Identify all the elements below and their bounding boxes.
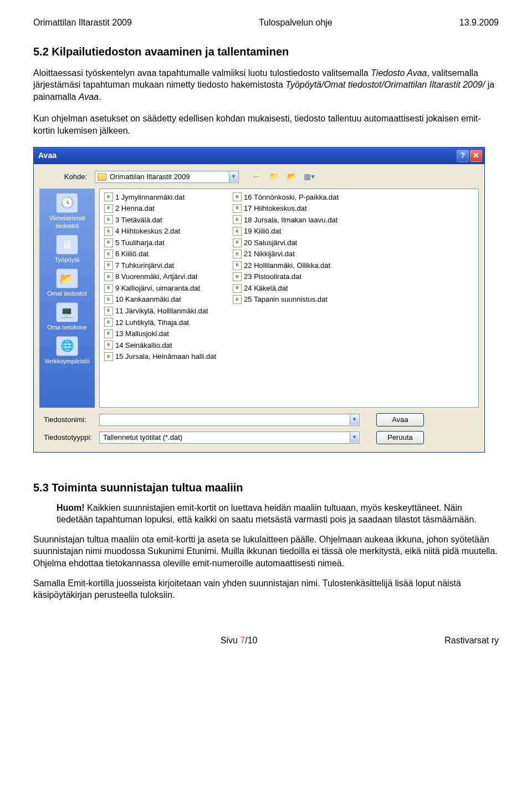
new-folder-icon[interactable]: 📂	[285, 171, 298, 183]
section-5-3-para-2: Samalla Emit-kortilla juosseista kirjoit…	[33, 577, 499, 601]
file-name: 5 Tuuliharja.dat	[115, 238, 165, 248]
file-icon	[233, 284, 242, 293]
file-icon	[104, 341, 113, 349]
place-icon: 📂	[56, 268, 78, 288]
text: Sivu	[221, 636, 241, 645]
file-name: 14 Seinäkallio.dat	[115, 341, 172, 351]
file-name: 22 Hollilanmäki, Ollikka.dat	[244, 261, 330, 271]
place-label: Oma tietokone	[47, 323, 87, 332]
page-num: 7	[240, 636, 245, 645]
kohde-value: Orimattilan Iltarastit 2009	[110, 172, 190, 182]
file-item[interactable]: 23 Pistoolirata.dat	[233, 272, 339, 282]
file-item[interactable]: 21 Nikkijärvi.dat	[233, 249, 339, 259]
file-item[interactable]: 18 Jursala, Ilmakan laavu.dat	[233, 215, 339, 225]
kohde-combobox[interactable]: Orimattilan Iltarastit 2009 ▼	[95, 171, 239, 183]
file-name: 11 Järvikylä, Hollilanmäki.dat	[115, 306, 208, 316]
folder-icon	[98, 173, 106, 181]
open-button[interactable]: Avaa	[376, 413, 424, 427]
file-icon	[104, 238, 113, 247]
file-item[interactable]: 2 Henna.dat	[104, 204, 216, 214]
chevron-down-icon[interactable]: ▼	[350, 433, 359, 443]
filetype-combobox[interactable]: Tallennetut työtilat (*.dat) ▼	[99, 432, 360, 444]
file-name: 4 Hiihtokeskus 2.dat	[115, 226, 180, 236]
page-footer: Sivu 7/10 Rastivarsat ry	[33, 634, 499, 647]
view-menu-icon[interactable]: ▦▾	[303, 171, 315, 183]
cancel-button[interactable]: Peruuta	[376, 431, 424, 444]
menu-path: Tiedosto Avaa	[371, 68, 427, 78]
file-item[interactable]: 8 Vuorenmäki, Artjärvi.dat	[104, 272, 216, 282]
file-icon	[104, 261, 113, 270]
file-name: 9 Kalliojärvi, uimaranta.dat	[115, 283, 200, 293]
file-icon	[104, 329, 113, 338]
section-5-3-title: 5.3 Toiminta suunnistajan tultua maaliin	[33, 480, 499, 495]
file-item[interactable]: 19 Kiiliö.dat	[233, 226, 339, 236]
places-item[interactable]: 🌐Verkkoympäristö	[44, 336, 89, 365]
help-button[interactable]: ?	[457, 150, 469, 162]
file-icon	[104, 227, 113, 236]
file-name: 12 Luhtikylä, Tihaja.dat	[115, 318, 189, 328]
file-icon	[104, 295, 113, 304]
back-icon[interactable]: ←	[250, 171, 262, 183]
file-name: 6 Kiiliö.dat	[115, 249, 149, 259]
file-icon	[104, 272, 113, 281]
file-item[interactable]: 1 Jymylinnanmäki.dat	[104, 192, 216, 202]
file-name: 21 Nikkijärvi.dat	[244, 249, 295, 259]
file-name: 13 Mallusjoki.dat	[115, 329, 169, 339]
file-item[interactable]: 17 Hiihtokeskus.dat	[233, 204, 339, 214]
file-item[interactable]: 16 Tönnönkoski, P-paikka.dat	[233, 192, 339, 202]
file-list[interactable]: 1 Jymylinnanmäki.dat2 Henna.dat3 Tietävä…	[99, 189, 479, 408]
file-item[interactable]: 15 Jursala, Heinämaan halli.dat	[104, 352, 216, 362]
chevron-down-icon[interactable]: ▼	[229, 172, 238, 182]
file-icon	[104, 307, 113, 316]
section-5-2-para-1: Aloittaessasi työskentelyn avaa tapahtum…	[33, 67, 499, 103]
file-item[interactable]: 4 Hiihtokeskus 2.dat	[104, 226, 216, 236]
close-button[interactable]: ✕	[470, 150, 482, 162]
file-item[interactable]: 25 Tapanin suunnistus.dat	[233, 295, 339, 304]
file-icon	[104, 204, 113, 213]
file-item[interactable]: 3 Tietävälä.dat	[104, 215, 216, 225]
place-icon: 🕓	[56, 193, 78, 213]
file-item[interactable]: 11 Järvikylä, Hollilanmäki.dat	[104, 306, 216, 316]
file-item[interactable]: 14 Seinäkallio.dat	[104, 341, 216, 351]
places-item[interactable]: 📂Omat tiedostot	[47, 268, 87, 298]
section-5-3-para-1: Suunnistajan tultua maaliin ota emit-kor…	[33, 534, 499, 570]
filename-input[interactable]: ▼	[99, 414, 360, 426]
chevron-down-icon[interactable]: ▼	[350, 415, 359, 425]
file-name: 10 Kankaanmäki.dat	[115, 295, 181, 304]
file-item[interactable]: 20 Salusjärvi.dat	[233, 238, 339, 248]
file-icon	[233, 227, 242, 236]
place-label: Työpöytä	[55, 256, 80, 264]
file-name: 18 Jursala, Ilmakan laavu.dat	[244, 215, 337, 225]
file-item[interactable]: 24 Käkelä.dat	[233, 283, 339, 293]
file-item[interactable]: 5 Tuuliharja.dat	[104, 238, 216, 248]
file-item[interactable]: 22 Hollilanmäki, Ollikka.dat	[233, 261, 339, 271]
place-icon: 💻	[56, 302, 78, 322]
file-item[interactable]: 13 Mallusjoki.dat	[104, 329, 216, 339]
file-name: 1 Jymylinnanmäki.dat	[115, 192, 185, 202]
kohde-label: Kohde:	[39, 172, 95, 182]
page-number: Sivu 7/10	[221, 634, 258, 647]
file-name: 17 Hiihtokeskus.dat	[244, 204, 306, 214]
up-folder-icon[interactable]: 📁	[268, 171, 280, 183]
filetype-label: Tiedostotyyppi:	[39, 433, 99, 443]
places-item[interactable]: 🕓Viimeisimmät tiedostot	[42, 193, 93, 231]
file-icon	[233, 295, 242, 304]
file-item[interactable]: 9 Kalliojärvi, uimaranta.dat	[104, 283, 216, 293]
footer-right: Rastivarsat ry	[444, 634, 499, 647]
header-right: 13.9.2009	[459, 17, 499, 29]
filetype-value: Tallennetut työtilat (*.dat)	[103, 433, 182, 443]
places-item[interactable]: 🖥Työpöytä	[55, 235, 80, 264]
dialog-titlebar: Avaa ? ✕	[34, 148, 484, 164]
file-name: 25 Tapanin suunnistus.dat	[244, 295, 328, 304]
place-icon: 🌐	[56, 336, 78, 356]
file-item[interactable]: 10 Kankaanmäki.dat	[104, 295, 216, 304]
place-label: Viimeisimmät tiedostot	[42, 214, 93, 231]
file-item[interactable]: 7 Tuhkurinjärvi.dat	[104, 261, 216, 271]
filename-label: Tiedostonimi:	[39, 415, 99, 425]
file-name: 2 Henna.dat	[115, 204, 155, 214]
file-item[interactable]: 12 Luhtikylä, Tihaja.dat	[104, 318, 216, 328]
places-item[interactable]: 💻Oma tietokone	[47, 302, 87, 332]
places-bar: 🕓Viimeisimmät tiedostot🖥Työpöytä📂Omat ti…	[39, 189, 95, 408]
file-item[interactable]: 6 Kiiliö.dat	[104, 249, 216, 259]
section-5-2-para-2: Kun ohjelman asetukset on säädetty edell…	[33, 113, 499, 136]
